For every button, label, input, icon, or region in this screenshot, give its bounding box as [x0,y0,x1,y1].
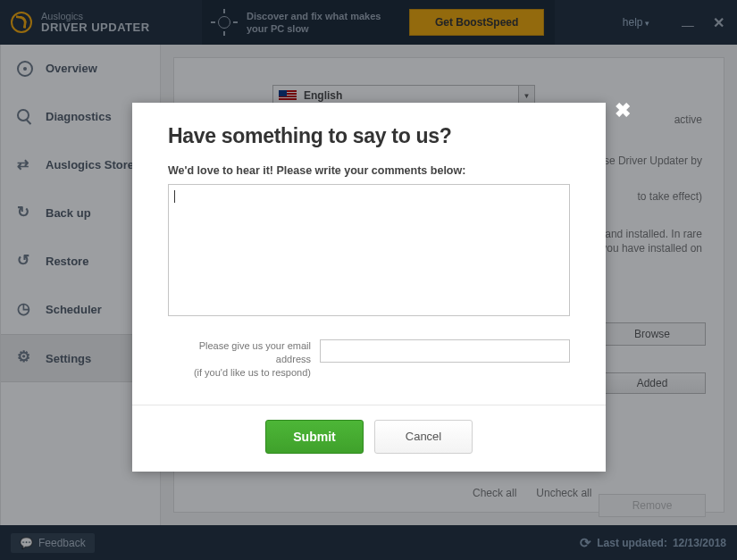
email-input[interactable] [320,339,570,363]
dialog-subtitle: We'd love to hear it! Please write your … [168,164,570,177]
dialog-close-button[interactable]: ✖ [615,99,631,122]
dialog-title: Have something to say to us? [168,124,570,148]
submit-button[interactable]: Submit [265,420,364,454]
text-cursor [174,190,175,203]
feedback-dialog: ✖ Have something to say to us? We'd love… [132,103,606,472]
email-label: Please give us your email address(if you… [168,339,311,380]
cancel-button[interactable]: Cancel [374,420,473,454]
comments-textarea[interactable] [168,184,570,316]
